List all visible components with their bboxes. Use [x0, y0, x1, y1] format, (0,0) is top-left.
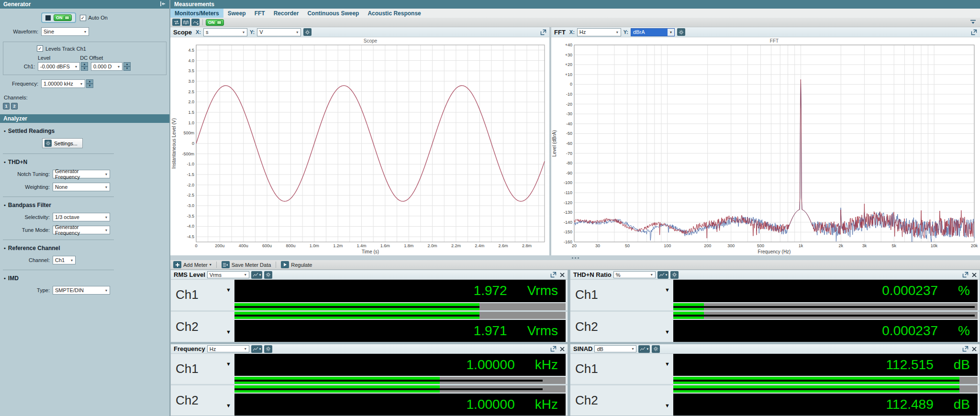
generator-on-toolbar-toggle[interactable]: ON [206, 19, 224, 26]
auto-on-checkbox[interactable]: ✓ [80, 15, 86, 21]
meter-toolbar: Add Meter▾ Save Meter Data Regulate [170, 260, 980, 270]
meter-view-mode-button[interactable]: ▾ [251, 345, 263, 353]
tab-fft[interactable]: FFT [250, 9, 269, 18]
meter-view-mode-button[interactable]: ▾ [638, 345, 650, 353]
channel-selector[interactable]: Ch1▼ [570, 354, 673, 384]
svg-text:-90: -90 [566, 171, 572, 175]
channel-selector[interactable]: Ch1▼ [171, 280, 234, 310]
meter-thdn-ratio: THD+N Ratio %▾ ▾ Ch1▼ 0.000237% [570, 270, 980, 342]
channel-selector[interactable]: Ch1▼ [570, 280, 673, 310]
meter-channel-row: Ch1▼ 0.000237% [570, 280, 980, 310]
channel-2-button[interactable]: 2 [11, 103, 18, 109]
save-meter-data-button[interactable]: Save Meter Data [222, 261, 271, 268]
tab-sweep[interactable]: Sweep [223, 9, 250, 18]
settings-button[interactable]: Settings... [42, 138, 83, 148]
svg-text:1.8m: 1.8m [404, 243, 413, 248]
svg-text:0: 0 [192, 141, 194, 146]
weighting-select[interactable]: None▾ [53, 183, 110, 191]
channel-selector[interactable]: Ch1▼ [171, 354, 234, 384]
notch-tuning-select[interactable]: Generator Frequency▾ [53, 170, 110, 178]
svg-text:2.8m: 2.8m [522, 243, 532, 248]
frequency-spinner[interactable]: ▲▼ [86, 79, 93, 88]
meter-unit-select[interactable]: dB▾ [594, 345, 636, 352]
selectivity-select[interactable]: 1/3 octave▾ [53, 213, 110, 221]
meter-display: 112.515dB [673, 354, 978, 376]
meter-settings-button[interactable] [264, 271, 272, 279]
level-spinner[interactable]: ▲▼ [81, 62, 88, 71]
scope-settings-button[interactable] [303, 28, 312, 36]
tab-recorder[interactable]: Recorder [269, 9, 303, 18]
svg-text:-60: -60 [566, 141, 572, 146]
meter-view-mode-button[interactable]: ▾ [657, 271, 669, 279]
fft-y-unit-select[interactable]: dBrA▾ [631, 28, 675, 36]
selectivity-label: Selectivity: [0, 214, 50, 220]
meter-settings-button[interactable] [652, 345, 660, 353]
channel-selector[interactable]: Ch2▼ [570, 385, 673, 416]
dc-offset-spinner[interactable]: ▲▼ [123, 62, 131, 71]
svg-text:10k: 10k [931, 243, 938, 248]
analyzer-panel-icon[interactable] [191, 19, 200, 26]
signal-path-icon[interactable] [172, 19, 180, 26]
meter-unit-select[interactable]: Vrms▾ [207, 271, 249, 278]
fft-x-unit-select[interactable]: Hz▾ [577, 28, 621, 36]
meter-title: Frequency [174, 345, 205, 352]
channel-1-button[interactable]: 1 [3, 103, 10, 109]
channel-selector[interactable]: Ch2▼ [171, 312, 234, 342]
level-bar [234, 377, 566, 384]
chevron-down-icon: ▼ [665, 403, 670, 408]
tab-acoustic-response[interactable]: Acoustic Response [363, 9, 425, 18]
popout-icon[interactable] [550, 346, 557, 352]
meter-unit-select[interactable]: %▾ [613, 271, 656, 278]
divider [3, 153, 114, 154]
meter-view-mode-button[interactable]: ▾ [251, 271, 263, 279]
popout-icon[interactable] [971, 29, 977, 35]
add-meter-button[interactable]: Add Meter▾ [173, 261, 212, 268]
scope-x-unit-select[interactable]: s▾ [203, 28, 247, 36]
collapse-panel-icon[interactable] [970, 18, 976, 27]
on-label: ON [56, 15, 63, 20]
svg-text:1.0m: 1.0m [310, 243, 319, 248]
close-icon[interactable] [560, 347, 565, 351]
popout-icon[interactable] [962, 272, 969, 278]
tune-mode-select[interactable]: Generator Frequency▾ [53, 226, 110, 234]
meter-header: Frequency Hz▾ ▾ [171, 344, 568, 354]
generator-on-toggle[interactable]: ON [41, 12, 76, 23]
levels-track-checkbox[interactable]: ✓ [37, 45, 43, 52]
close-icon[interactable] [972, 273, 977, 277]
measurements-title: Measurements [174, 1, 214, 8]
reference-channel-select[interactable]: Ch1▾ [53, 256, 76, 264]
channels-label: Channels: [4, 95, 167, 100]
level-bar [673, 377, 978, 384]
popout-icon[interactable] [962, 346, 969, 352]
charts-row: Scope X: s▾ Y: V▾ 0200u400u600u800u1.0m1… [170, 27, 980, 255]
tab-continuous-sweep[interactable]: Continuous Sweep [303, 9, 363, 18]
meter-settings-button[interactable] [670, 271, 679, 279]
generator-panel-icon[interactable] [182, 19, 190, 26]
horizontal-splitter[interactable] [170, 255, 980, 260]
frequency-select[interactable]: 1.00000 kHz▾ [41, 79, 85, 88]
measurements-area: Measurements Monitors/Meters Sweep FFT R… [170, 0, 980, 416]
svg-text:Frequency (Hz): Frequency (Hz) [758, 249, 791, 254]
close-icon[interactable] [560, 273, 565, 277]
chevron-down-icon: ▼ [226, 329, 231, 335]
measurements-header: Measurements [170, 0, 980, 9]
channel-selector[interactable]: Ch2▼ [570, 312, 673, 342]
fft-settings-button[interactable] [677, 28, 685, 36]
dc-offset-select[interactable]: 0.000 D▾ [91, 62, 122, 71]
waveform-select[interactable]: Sine▾ [41, 27, 89, 36]
meter-unit-select[interactable]: Hz▾ [207, 345, 249, 352]
thdn-heading: THD+N [4, 159, 169, 165]
ch1-level-select[interactable]: -0.000 dBFS▾ [38, 62, 80, 71]
divider [202, 19, 203, 25]
popout-icon[interactable] [550, 272, 557, 278]
close-icon[interactable] [972, 347, 977, 351]
channel-selector[interactable]: Ch2▼ [171, 385, 234, 416]
popout-icon[interactable] [540, 29, 546, 35]
imd-type-select[interactable]: SMPTE/DIN▾ [53, 286, 110, 295]
meter-settings-button[interactable] [264, 345, 272, 353]
levels-groupbox: ✓ Levels Track Ch1 Level DC Offset Ch1: … [3, 42, 167, 75]
regulate-button[interactable]: Regulate [281, 261, 312, 268]
scope-y-unit-select[interactable]: V▾ [257, 28, 301, 36]
pin-icon[interactable] [160, 1, 166, 8]
tab-monitors-meters[interactable]: Monitors/Meters [170, 9, 223, 18]
